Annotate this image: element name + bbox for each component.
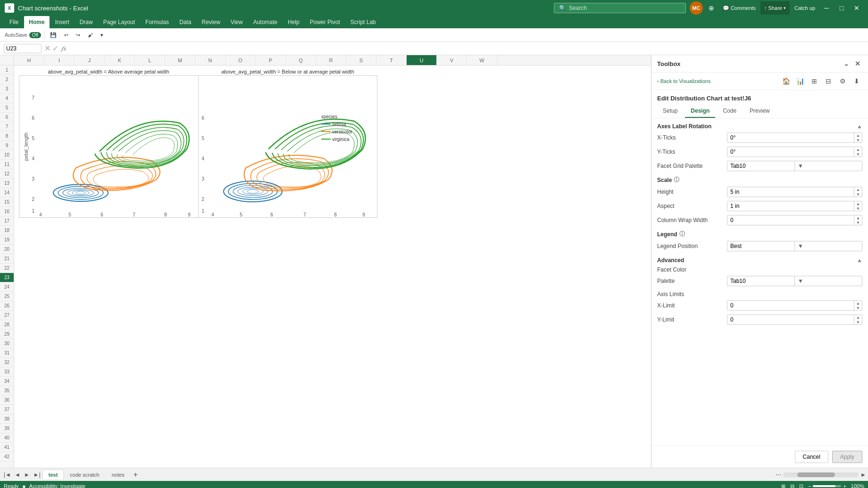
toolbox-collapse-btn[interactable]: ⌄ [842,59,851,68]
y-limit-down[interactable]: ▼ [854,320,862,324]
row-30[interactable]: 30 [0,339,14,348]
tab-script-lab[interactable]: Script Lab [346,16,381,28]
comments-btn[interactable]: 💬Comments [720,1,759,15]
row-3[interactable]: 3 [0,84,14,94]
row-9[interactable]: 9 [0,141,14,150]
tab-draw[interactable]: Draw [75,16,98,28]
col-k[interactable]: K [105,55,135,65]
row-33[interactable]: 33 [0,367,14,377]
tab-data[interactable]: Data [175,16,196,28]
row-31[interactable]: 31 [0,348,14,358]
col-l[interactable]: L [135,55,165,65]
col-r[interactable]: R [316,55,346,65]
plugin-btn[interactable]: ⊕ [705,1,718,15]
share-btn[interactable]: ↑Share▾ [760,1,790,15]
row-26[interactable]: 26 [0,301,14,311]
row-21[interactable]: 21 [0,254,14,264]
row-22[interactable]: 22 [0,264,14,273]
close-btn[interactable]: ✕ [850,1,863,15]
row-25[interactable]: 25 [0,292,14,301]
col-wrap-down[interactable]: ▼ [854,220,862,225]
view-page-break-icon[interactable]: ⊟ [790,483,794,488]
facet-color-palette-dropdown-arrow[interactable]: ▼ [794,276,862,286]
scroll-right-btn[interactable]: ► [860,471,866,478]
row-32[interactable]: 32 [0,358,14,367]
height-input[interactable] [727,187,854,197]
toolbox-tab-code[interactable]: Code [717,105,742,118]
add-sheet-btn[interactable]: + [131,471,141,479]
row-15[interactable]: 15 [0,198,14,207]
grid-cells[interactable]: above_avg_petal_width = Above average pe… [14,66,651,468]
legend-info-icon[interactable]: ⓘ [679,230,685,238]
row-41[interactable]: 41 [0,443,14,452]
x-ticks-down[interactable]: ▼ [854,138,862,142]
zoom-out-btn[interactable]: − [808,483,811,488]
x-ticks-up[interactable]: ▲ [854,133,862,138]
tab-help[interactable]: Help [283,16,304,28]
search-input[interactable] [569,5,681,11]
layout-icon-btn[interactable]: ⊞ [809,75,820,87]
sheet-nav-next-next[interactable]: ►| [32,471,42,478]
facet-grid-palette-dropdown-arrow[interactable]: ▼ [794,161,862,171]
cell-reference-box[interactable] [4,44,42,53]
toolbox-tab-setup[interactable]: Setup [657,105,683,118]
row-17[interactable]: 17 [0,216,14,226]
row-28[interactable]: 28 [0,320,14,330]
grid-icon-btn[interactable]: ⊟ [823,75,834,87]
col-o[interactable]: O [225,55,256,65]
download-icon-btn[interactable]: ⬇ [851,75,862,87]
advanced-section-collapse[interactable]: ▲ [857,257,862,264]
view-normal-icon[interactable]: ⊞ [781,483,785,488]
redo-btn[interactable]: ↪ [73,31,83,40]
search-bar[interactable]: 🔍 [554,3,686,13]
col-wrap-input[interactable] [727,215,854,225]
row-13[interactable]: 13 [0,179,14,188]
row-24[interactable]: 24 [0,282,14,292]
row-10[interactable]: 10 [0,150,14,160]
tab-home[interactable]: Home [24,16,49,28]
home-icon-btn[interactable]: 🏠 [780,75,792,87]
row-19[interactable]: 19 [0,235,14,245]
formula-input[interactable] [69,45,864,52]
zoom-slider[interactable] [813,485,841,487]
y-limit-input[interactable] [727,315,854,324]
autosave-toggle[interactable]: Off [29,32,41,38]
height-up[interactable]: ▲ [854,187,862,192]
row-40[interactable]: 40 [0,433,14,443]
tab-view[interactable]: View [226,16,248,28]
col-m[interactable]: M [165,55,195,65]
col-w[interactable]: W [467,55,497,65]
cancel-button[interactable]: Cancel [795,451,828,463]
col-q[interactable]: Q [286,55,316,65]
tab-page-layout[interactable]: Page Layout [99,16,140,28]
x-limit-up[interactable]: ▲ [854,301,862,306]
col-j[interactable]: J [75,55,105,65]
sheet-nav-prev[interactable]: ◄ [13,471,22,478]
facet-grid-palette-select[interactable]: Tab10 ▼ [727,161,862,171]
axes-section-collapse[interactable]: ▲ [857,123,862,130]
row-7[interactable]: 7 [0,122,14,132]
col-u[interactable]: U [407,55,437,65]
tab-insert[interactable]: Insert [50,16,74,28]
row-29[interactable]: 29 [0,330,14,339]
tab-review[interactable]: Review [197,16,225,28]
col-v[interactable]: V [437,55,467,65]
row-11[interactable]: 11 [0,160,14,169]
chart-icon-btn[interactable]: 📊 [794,75,806,87]
y-limit-up[interactable]: ▲ [854,315,862,320]
settings-icon-btn[interactable]: ⚙ [837,75,848,87]
sheet-tab-code-scratch[interactable]: code scratch [64,470,105,480]
catch-up-btn[interactable]: Catch up [792,1,818,15]
row-6[interactable]: 6 [0,113,14,122]
tab-power-pivot[interactable]: Power Pivot [305,16,345,28]
scale-info-icon[interactable]: ⓘ [674,176,679,184]
row-23[interactable]: 23 [0,273,14,282]
row-16[interactable]: 16 [0,207,14,216]
row-8[interactable]: 8 [0,132,14,141]
sheet-nav-next[interactable]: ► [22,471,32,478]
toolbox-tab-design[interactable]: Design [685,105,715,118]
col-t[interactable]: T [376,55,407,65]
toolbox-close-btn[interactable]: ✕ [853,59,862,68]
legend-position-dropdown-arrow[interactable]: ▼ [794,241,862,251]
y-ticks-up[interactable]: ▲ [854,147,862,152]
